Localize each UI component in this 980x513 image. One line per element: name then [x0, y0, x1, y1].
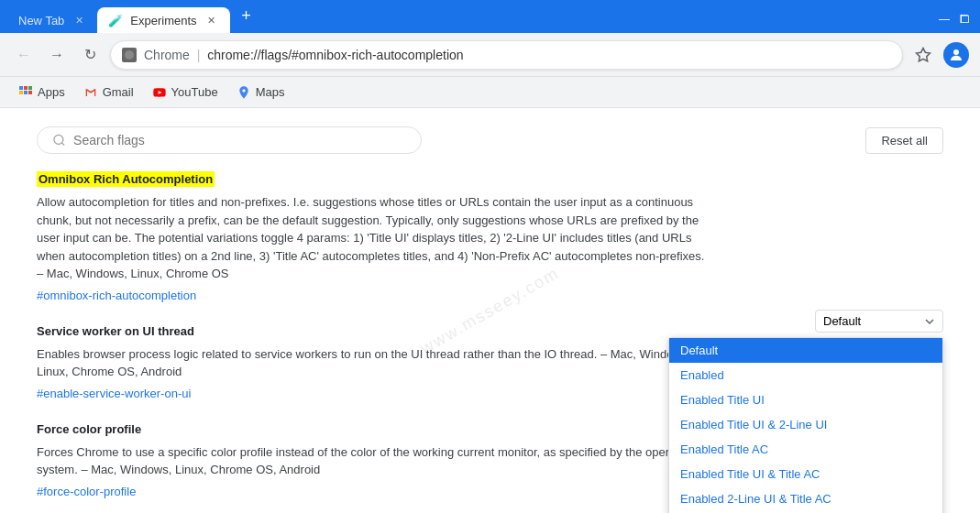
youtube-icon: [152, 85, 167, 100]
tab-experiments[interactable]: 🧪 Experiments ✕: [97, 7, 229, 33]
page-content: www.msseey.com Reset all Omnibox Rich Au…: [0, 108, 980, 513]
bookmarks-bar: Apps Gmail YouTube Maps: [0, 77, 980, 108]
flag-dropdown-container: Default DefaultEnabledEnabled Title UIEn…: [815, 310, 943, 333]
maps-label: Maps: [256, 85, 285, 99]
minimize-button[interactable]: —: [936, 11, 952, 27]
dropdown-option-opt-enabled-title-ui[interactable]: Enabled Title UI: [669, 387, 942, 412]
flag-title-omnibox: Omnibox Rich Autocompletion: [37, 172, 943, 186]
url-separator: |: [193, 48, 204, 62]
bookmark-star-button[interactable]: [910, 42, 936, 68]
maps-icon: [237, 85, 251, 100]
gmail-label: Gmail: [103, 85, 134, 99]
site-favicon: [122, 48, 137, 62]
dropdown-option-opt-enabled-2line-title-ac[interactable]: Enabled 2-Line UI & Title AC: [669, 486, 942, 511]
svg-rect-8: [28, 91, 32, 94]
apps-icon: [18, 85, 33, 100]
dropdown-option-opt-enabled[interactable]: Enabled: [669, 363, 942, 387]
forward-button[interactable]: →: [44, 42, 70, 68]
flag-dropdown-select[interactable]: Default: [815, 310, 943, 333]
flag-link-force-color[interactable]: #force-color-profile: [37, 485, 136, 498]
svg-rect-5: [28, 86, 32, 90]
url-chrome-label: Chrome: [144, 48, 190, 62]
profile-button[interactable]: [943, 42, 969, 68]
flag-link-omnibox[interactable]: #omnibox-rich-autocompletion: [37, 289, 196, 302]
apps-label: Apps: [38, 85, 65, 99]
bookmark-gmail[interactable]: Gmail: [76, 82, 141, 104]
flag-title-highlighted: Omnibox Rich Autocompletion: [37, 171, 215, 187]
svg-marker-1: [917, 48, 930, 60]
gmail-icon: [83, 85, 98, 100]
reset-all-button[interactable]: Reset all: [865, 127, 943, 154]
search-area: Reset all: [0, 108, 980, 172]
experiments-favicon: 🧪: [108, 14, 123, 27]
url-text: Chrome | chrome://flags/#omnibox-rich-au…: [144, 48, 464, 62]
flag-desc-force-color: Forces Chrome to use a specific color pr…: [37, 443, 706, 479]
new-tab-button[interactable]: +: [234, 3, 259, 28]
flag-desc-service-worker: Enables browser process logic related to…: [37, 345, 706, 381]
search-input[interactable]: [73, 133, 406, 147]
dropdown-option-opt-enabled-title-ui-2line[interactable]: Enabled Title UI & 2-Line UI: [669, 412, 942, 437]
svg-rect-4: [24, 86, 28, 90]
restore-button[interactable]: ⧠: [956, 11, 973, 27]
tab-experiments-label: Experiments: [130, 14, 196, 27]
tab-experiments-close[interactable]: ✕: [204, 13, 219, 27]
window-controls: — ⧠: [936, 11, 973, 33]
flag-item-omnibox: Omnibox Rich Autocompletion Allow autoco…: [37, 172, 943, 302]
svg-point-0: [125, 50, 134, 60]
address-bar: ← → ↻ Chrome | chrome://flags/#omnibox-r…: [0, 33, 980, 77]
back-button[interactable]: ←: [11, 42, 37, 68]
search-box: [37, 126, 422, 154]
search-icon: [52, 133, 66, 147]
flag-desc-omnibox: Allow autocompletion for titles and non-…: [37, 193, 706, 283]
bookmark-youtube[interactable]: YouTube: [145, 82, 226, 104]
title-bar: New Tab ✕ 🧪 Experiments ✕ + — ⧠: [0, 0, 980, 33]
dropdown-option-opt-enabled-title-ui-title-ac[interactable]: Enabled Title UI & Title AC: [669, 462, 942, 486]
refresh-button[interactable]: ↻: [77, 42, 103, 68]
dropdown-options-list: DefaultEnabledEnabled Title UIEnabled Ti…: [668, 337, 943, 513]
tab-newtab-close[interactable]: ✕: [72, 13, 86, 27]
svg-rect-6: [19, 91, 23, 94]
dropdown-option-opt-enabled-title-ac[interactable]: Enabled Title AC: [669, 437, 942, 462]
dropdown-option-opt-default[interactable]: Default: [669, 338, 942, 363]
url-path: chrome://flags/#omnibox-rich-autocomplet…: [207, 48, 463, 62]
youtube-label: YouTube: [171, 85, 218, 99]
bookmark-apps[interactable]: Apps: [11, 82, 72, 104]
dropdown-selected-label: Default: [823, 314, 861, 328]
svg-line-10: [61, 143, 64, 146]
chevron-down-icon: [924, 316, 935, 327]
flag-title-service-worker: Service worker on UI thread: [37, 324, 943, 338]
bookmark-maps[interactable]: Maps: [229, 82, 292, 104]
svg-point-2: [953, 49, 959, 55]
svg-rect-7: [24, 91, 28, 94]
svg-rect-3: [19, 86, 23, 90]
flag-link-service-worker[interactable]: #enable-service-worker-on-ui: [37, 387, 191, 400]
tab-newtab[interactable]: New Tab ✕: [7, 7, 97, 33]
url-bar[interactable]: Chrome | chrome://flags/#omnibox-rich-au…: [110, 40, 903, 70]
tab-newtab-label: New Tab: [18, 14, 64, 27]
svg-point-9: [54, 135, 63, 144]
